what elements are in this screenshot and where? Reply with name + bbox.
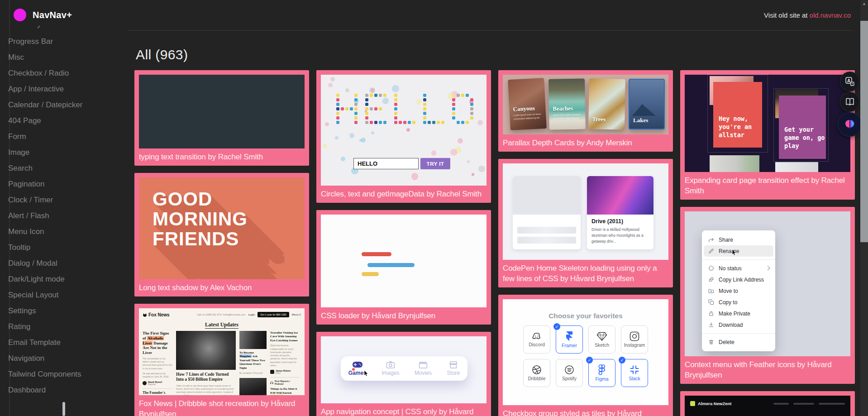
loader-bar [362,252,391,256]
fox-login-link[interactable]: Login [248,313,255,316]
ai-assistant-button[interactable] [838,112,862,137]
card-grid: typing text transition by Rachel Smith G… [134,70,855,416]
sidebar-item-partial[interactable]: y [37,26,41,30]
site-title[interactable]: NavNav+ [33,10,72,20]
card-checkbox-tiles[interactable]: Choose your favorites Discord ✓ Framer [498,295,673,416]
card-hello-circles[interactable]: HELLO TRY IT Circles, text and getImageD… [316,70,491,203]
menu-item-no-status[interactable]: No status [702,263,775,274]
sidebar-item-dark-light-mode[interactable]: Dark/Light mode [0,271,119,287]
card-parallax-depth[interactable]: Canyons Lorem ipsum dolor sit amet, cons… [498,70,673,152]
fox-actions: Login Get 1 year for $50 USD Menu ≡ [248,312,301,317]
nav-item-images[interactable]: Images [382,361,399,376]
parallax-card-trees[interactable]: Trees [588,78,625,129]
card-typing-text[interactable]: typing text transition by Rachel Smith [134,70,309,166]
menu-item-make-private[interactable]: Make Private [702,308,775,319]
divider [143,388,172,389]
parallax-card-lakes[interactable]: Lakes [629,79,665,129]
tile-sketch[interactable]: Sketch [588,325,615,354]
scrollbar-up-arrow[interactable]: ▲ [862,1,867,6]
letter-dot [466,94,469,97]
page-scrollbar[interactable]: ▲ [860,0,868,416]
menu-item-copy-link[interactable]: Copy Link Address [702,274,775,285]
sidebar-item-calendar-datepicker[interactable]: Calendar / Datepicker [0,97,119,113]
letter-dot [470,98,473,101]
reader-button[interactable] [840,92,860,112]
sidebar-scrollbar-thumb[interactable] [62,402,65,416]
sidebar-item-checkbox-radio[interactable]: Checkbox / Radio [0,65,119,81]
card-fox-news[interactable]: Fox News Call Us (348) 091 973 / hello@f… [134,304,309,416]
sidebar-item-clock-timer[interactable]: Clock / Timer [0,192,119,208]
tile-framer[interactable]: ✓ Framer [556,325,583,354]
check-badge: ✓ [553,323,560,330]
scatter-dot [431,150,436,155]
sidebar-item-search[interactable]: Search [0,160,119,176]
fox-menu-button[interactable]: Menu ≡ [292,313,301,316]
parallax-card-canyons[interactable]: Canyons Lorem ipsum dolor sit amet, cons… [508,78,547,130]
card-app-navigation[interactable]: Games Images Movies [316,332,491,416]
old-site-link[interactable]: old.navnav.co [810,11,851,19]
menu-item-delete[interactable]: Delete [702,336,775,348]
sidebar-item-tailwind-components[interactable]: Tailwind Components [0,366,119,382]
tile-discord[interactable]: Discord [523,325,550,354]
sidebar-item-progress-bar[interactable]: Progress Bar [0,33,119,49]
sidebar-item-dashboard[interactable]: Dashboard [0,382,119,398]
translate-button[interactable]: A [840,72,860,91]
card-caption: Context menu with Feather icons by Håvar… [685,359,850,380]
letter-dot [423,112,426,115]
checkbox-preview: Choose your favorites Discord ✓ Framer [503,299,668,405]
menu-item-rename[interactable]: Rename [704,245,773,257]
sidebar-item-404-page[interactable]: 404 Page [0,113,119,129]
card-long-shadow[interactable]: GOOD MORNING FRIENDS Long text shadow by… [134,173,309,296]
card-partial-dark[interactable]: Almera NewZent [680,391,855,416]
scatter-dot [472,173,475,176]
film-icon [419,361,428,369]
expanding-preview: Hey now, you're an allstar Get your game… [685,75,850,172]
card-context-menu[interactable]: Share Rename No status [680,207,855,384]
sidebar-item-dialog-modal[interactable]: Dialog / Modal [0,255,119,271]
card-expanding-transition[interactable]: Hey now, you're an allstar Get your game… [680,70,855,200]
scrollbar-thumb[interactable] [860,21,868,242]
hello-text-input[interactable]: HELLO [353,158,419,169]
fox-column-b: How 7 Lines of Code Turned Into a $50 Bi… [176,331,236,395]
brain-icon [844,119,856,130]
tile-figma[interactable]: ✓ Figma [588,359,615,387]
sidebar-item-image[interactable]: Image [0,144,119,160]
sidebar-item-settings[interactable]: Settings [0,303,119,319]
try-it-button[interactable]: TRY IT [420,158,450,169]
framer-icon [565,331,573,342]
sidebar-item-email-template[interactable]: Email Template [0,335,119,350]
sidebar-item-form[interactable]: Form [0,129,119,144]
parallax-card-beaches[interactable]: Beaches Lorem ipsum dolor sit amet, cons… [548,78,586,129]
sidebar-item-tooltip[interactable]: Tooltip [0,239,119,255]
tile-instagram[interactable]: Instagram [621,325,648,354]
sidebar-item-misc[interactable]: Misc [0,49,119,65]
logo-icon[interactable] [14,9,26,21]
sidebar-item-pagination[interactable]: Pagination [0,176,119,192]
card-skeleton-loading[interactable]: Drive (2011) Driver is a skilled Hollywo… [498,159,673,287]
sidebar-item-navigation[interactable]: Navigation [0,350,119,366]
sketch-diamond-icon [596,331,608,341]
skeleton-text-bar [517,227,576,234]
menu-item-download[interactable]: Download [702,319,775,330]
menu-item-share[interactable]: Share [702,234,775,245]
tile-spotify[interactable]: Spotify [556,359,583,387]
sidebar-item-alert-flash[interactable]: Alert / Flash [0,208,119,224]
tile-slack[interactable]: ✓ Slack [621,359,648,387]
letter-dot [399,121,402,124]
scatter-dot [450,149,457,156]
tile-dribbble[interactable]: Dribbble [523,359,550,387]
sidebar-item-special-layout[interactable]: Special Layout [0,287,119,303]
sidebar-item-menu-icon[interactable]: Menu Icon [0,224,119,239]
nav-item-store[interactable]: Store [447,361,460,376]
letter-dot [457,94,460,97]
card-css-loader[interactable]: CSS loader by Håvard Brynjulfsen [316,210,491,325]
fox-cta-button[interactable]: Get 1 year for $50 USD [258,312,289,317]
sidebar-item-app-interactive[interactable]: App / Interactive [0,81,119,97]
menu-item-move-to[interactable]: Move to [702,285,775,296]
fox-article-title: The First Signs of Alcoholic Liver Damag… [143,331,172,355]
menu-item-copy-to[interactable]: Copy to [702,296,775,308]
nav-item-games[interactable]: Games [348,361,367,376]
status-circle-icon [708,265,714,271]
sidebar-item-rating[interactable]: Rating [0,319,119,335]
nav-item-movies[interactable]: Movies [415,361,432,376]
